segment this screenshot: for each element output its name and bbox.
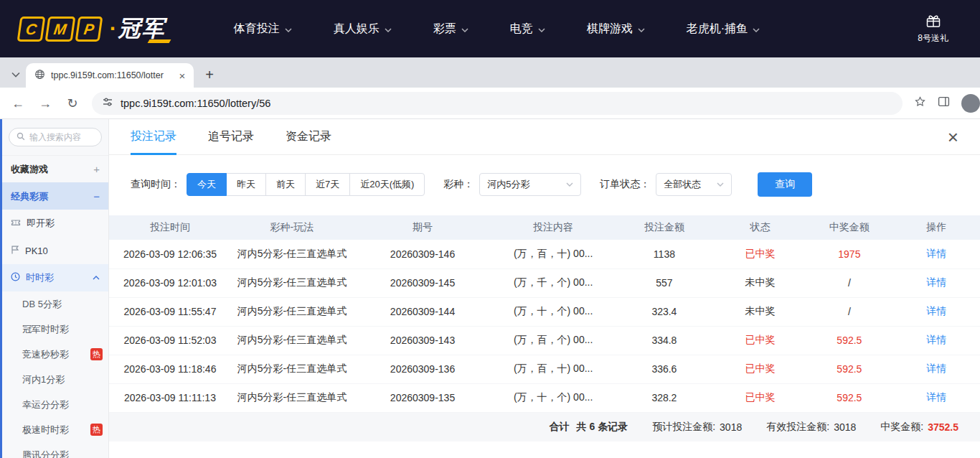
gift-promo-button[interactable]: 8号送礼 bbox=[918, 14, 948, 45]
time-option-7days[interactable]: 近7天 bbox=[305, 173, 350, 196]
bet-content-cell: (万，千，个) 00... bbox=[492, 268, 614, 297]
nav-item-lottery[interactable]: 彩票 bbox=[433, 22, 468, 37]
plus-icon[interactable]: + bbox=[93, 163, 100, 175]
instant-lottery-icon bbox=[11, 218, 21, 229]
detail-link[interactable]: 详情 bbox=[893, 383, 980, 412]
nav-item-board-games[interactable]: 棋牌游戏 bbox=[587, 22, 645, 37]
sidebar-group-classic-lottery[interactable]: 经典彩票 − bbox=[2, 182, 108, 210]
sidebar-search-box[interactable] bbox=[9, 128, 102, 146]
sidebar-item-henei-1fc[interactable]: 河内1分彩 bbox=[2, 367, 108, 392]
browser-tab[interactable]: tppc.9i159t.com:11650/lotter × bbox=[26, 63, 194, 88]
table-row: 2026-03-09 11:11:13 河内5分彩-任三直选单式 2026030… bbox=[109, 383, 980, 412]
summary-total-value: 共 6 条记录 bbox=[577, 421, 628, 434]
close-icon[interactable]: × bbox=[948, 128, 958, 146]
new-tab-button[interactable]: + bbox=[199, 65, 220, 85]
minus-icon[interactable]: − bbox=[93, 190, 100, 202]
site-settings-icon[interactable] bbox=[102, 96, 113, 110]
issue-cell: 20260309-143 bbox=[353, 326, 492, 355]
nav-item-esports[interactable]: 电竞 bbox=[510, 22, 545, 37]
bet-amount-cell: 1138 bbox=[614, 240, 715, 268]
tab-fund-records[interactable]: 资金记录 bbox=[286, 119, 331, 154]
prize-amount-cell: 592.5 bbox=[806, 383, 892, 412]
sidebar-item-pk10[interactable]: PK10 bbox=[2, 237, 108, 264]
time-option-today[interactable]: 今天 bbox=[187, 173, 227, 196]
hot-badge: 热 bbox=[90, 424, 103, 436]
side-panel-icon[interactable] bbox=[938, 95, 950, 111]
records-panel: 投注记录 追号记录 资金记录 × 查询时间： 今天 昨天 前天 近7天 近20天… bbox=[109, 119, 980, 458]
detail-link[interactable]: 详情 bbox=[893, 240, 980, 268]
lottery-select[interactable]: 河内5分彩 bbox=[479, 173, 581, 196]
sidebar-item-label: 竞速秒秒彩 bbox=[22, 348, 69, 361]
col-header-actions: 操作 bbox=[893, 215, 980, 240]
status-filter-label: 订单状态： bbox=[600, 178, 650, 191]
detail-link[interactable]: 详情 bbox=[893, 268, 980, 297]
sidebar-item-db-5fc[interactable]: DB 5分彩 bbox=[2, 291, 108, 317]
bet-time-cell: 2026-03-09 11:18:46 bbox=[109, 355, 231, 383]
sidebar-item-xingyun-ffc[interactable]: 幸运分分彩 bbox=[2, 392, 108, 417]
game-play-cell: 河内5分彩-任三直选单式 bbox=[231, 297, 353, 326]
globe-favicon-icon bbox=[34, 69, 45, 82]
summary-expected-label: 预计投注金额: bbox=[652, 421, 715, 434]
prize-amount-cell: / bbox=[806, 297, 892, 326]
col-header-prize-amount: 中奖金额 bbox=[806, 215, 892, 240]
status-select-value: 全部状态 bbox=[664, 178, 701, 191]
prize-amount-cell: 1975 bbox=[806, 240, 892, 268]
game-play-cell: 河内5分彩-任三直选单式 bbox=[231, 383, 353, 412]
tab-bet-records[interactable]: 投注记录 bbox=[131, 119, 176, 154]
bet-amount-cell: 336.6 bbox=[614, 355, 715, 383]
back-button[interactable]: ← bbox=[10, 97, 26, 110]
sidebar-item-label: 冠军时时彩 bbox=[22, 323, 69, 336]
sidebar-item-jingsu-miaomiaocai[interactable]: 竞速秒秒彩 热 bbox=[2, 342, 108, 367]
bet-amount-cell: 557 bbox=[614, 268, 715, 297]
order-status-select[interactable]: 全部状态 bbox=[656, 173, 732, 196]
summary-valid-value: 3018 bbox=[834, 421, 856, 433]
col-header-issue: 期号 bbox=[353, 215, 492, 240]
table-row: 2026-03-09 11:52:03 河内5分彩-任三直选单式 2026030… bbox=[109, 326, 980, 355]
nav-item-slots-fishing[interactable]: 老虎机·捕鱼 bbox=[687, 22, 760, 37]
reload-button[interactable]: ↻ bbox=[65, 97, 80, 110]
sidebar-group-favorites[interactable]: 收藏游戏 + bbox=[2, 155, 108, 182]
bet-content-cell: (万，十，个) 00... bbox=[492, 297, 614, 326]
search-input[interactable] bbox=[29, 132, 94, 142]
nav-item-label: 真人娱乐 bbox=[334, 22, 380, 37]
sidebar-item-instant-lottery[interactable]: 即开彩 bbox=[2, 210, 108, 237]
group-label: 经典彩票 bbox=[11, 190, 48, 203]
detail-link[interactable]: 详情 bbox=[893, 326, 980, 355]
nav-item-live-casino[interactable]: 真人娱乐 bbox=[334, 22, 392, 37]
tab-chase-records[interactable]: 追号记录 bbox=[208, 119, 254, 154]
summary-expected-value: 3018 bbox=[720, 421, 742, 433]
sidebar-item-ssc[interactable]: 时时彩 bbox=[2, 264, 108, 291]
bet-time-cell: 2026-03-09 12:06:35 bbox=[109, 240, 231, 268]
site-logo[interactable]: C M P · 冠军 bbox=[19, 14, 166, 44]
detail-link[interactable]: 详情 bbox=[893, 297, 980, 326]
prize-amount-cell: 592.5 bbox=[806, 326, 892, 355]
chevron-down-icon bbox=[753, 22, 760, 35]
profile-avatar[interactable] bbox=[961, 94, 980, 113]
nav-item-sports[interactable]: 体育投注 bbox=[234, 22, 292, 37]
chevron-down-icon bbox=[566, 182, 573, 187]
sidebar-item-guanjun-ssc[interactable]: 冠军时时彩 bbox=[2, 317, 108, 342]
tab-close-icon[interactable]: × bbox=[176, 70, 188, 82]
table-row: 2026-03-09 12:06:35 河内5分彩-任三直选单式 2026030… bbox=[109, 240, 980, 268]
sidebar-item-jisu-ssc[interactable]: 极速时时彩 热 bbox=[2, 417, 108, 442]
bet-time-cell: 2026-03-09 11:11:13 bbox=[109, 383, 231, 412]
filter-bar: 查询时间： 今天 昨天 前天 近7天 近20天(低频) 彩种： 河内5分彩 订单… bbox=[131, 172, 958, 197]
time-option-day-before[interactable]: 前天 bbox=[265, 173, 306, 196]
issue-cell: 20260309-146 bbox=[353, 240, 492, 268]
query-button[interactable]: 查询 bbox=[758, 172, 812, 197]
bookmark-star-icon[interactable] bbox=[914, 95, 926, 111]
bet-content-cell: (万，十，个) 00... bbox=[492, 383, 614, 412]
racing-flag-icon bbox=[11, 245, 19, 256]
address-bar[interactable]: tppc.9i159t.com:11650/lottery/56 bbox=[92, 92, 903, 115]
tab-search-button[interactable] bbox=[6, 65, 26, 85]
time-option-20days[interactable]: 近20天(低频) bbox=[349, 173, 425, 196]
forward-button[interactable]: → bbox=[37, 97, 53, 110]
logo-dot: · bbox=[110, 17, 117, 41]
summary-prize-value: 3752.5 bbox=[928, 421, 958, 433]
sidebar-item-label: 河内1分彩 bbox=[22, 373, 65, 386]
detail-link[interactable]: 详情 bbox=[893, 355, 980, 383]
time-option-yesterday[interactable]: 昨天 bbox=[226, 173, 266, 196]
status-cell: 已中奖 bbox=[715, 355, 806, 383]
sidebar-item-tengxun-ffc[interactable]: 腾讯分分彩 bbox=[2, 442, 108, 458]
nav-item-label: 彩票 bbox=[433, 22, 456, 37]
